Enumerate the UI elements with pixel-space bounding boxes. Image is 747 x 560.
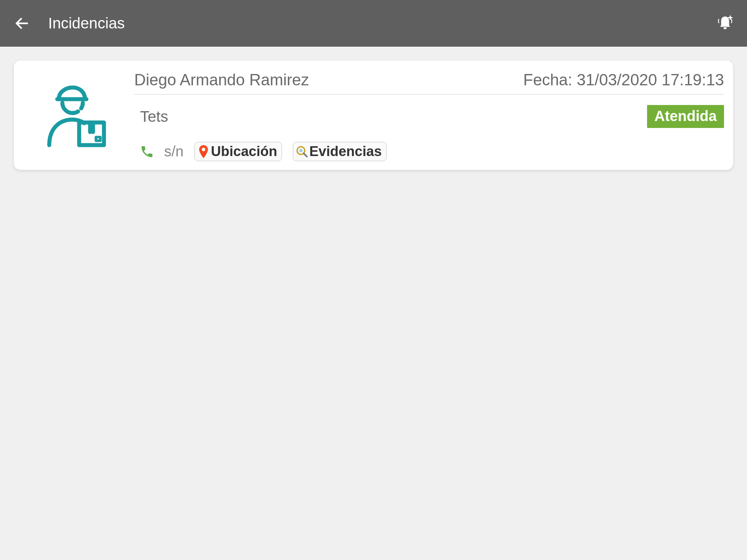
magnifier-icon <box>295 145 309 158</box>
map-pin-icon <box>197 144 210 159</box>
card-main: Diego Armando Ramirez Fecha: 31/03/2020 … <box>134 67 724 163</box>
svg-point-10 <box>299 149 303 152</box>
card-description-row: Tets Atendida <box>134 95 724 131</box>
app-bar: Incidencias <box>0 0 747 47</box>
bell-alert-icon <box>716 14 734 32</box>
incident-date: Fecha: 31/03/2020 17:19:13 <box>523 71 724 89</box>
person-name: Diego Armando Ramirez <box>134 71 309 89</box>
svg-rect-7 <box>96 137 100 141</box>
card-actions-row: s/n Ubicación Evidencias <box>134 131 724 163</box>
incident-description: Tets <box>140 108 168 125</box>
incident-card[interactable]: Diego Armando Ramirez Fecha: 31/03/2020 … <box>14 61 733 170</box>
page-title: Incidencias <box>48 15 125 32</box>
delivery-person-icon <box>38 79 111 152</box>
status-badge: Atendida <box>647 105 724 128</box>
arrow-left-icon <box>14 15 30 31</box>
phone-number: s/n <box>164 143 183 160</box>
card-header-row: Diego Armando Ramirez Fecha: 31/03/2020 … <box>134 67 724 95</box>
notifications-button[interactable] <box>714 12 736 34</box>
phone-group[interactable]: s/n <box>140 143 183 160</box>
location-label: Ubicación <box>211 144 277 159</box>
svg-point-8 <box>202 148 206 151</box>
content-area: Diego Armando Ramirez Fecha: 31/03/2020 … <box>0 47 747 184</box>
back-button[interactable] <box>11 12 33 34</box>
phone-icon <box>140 145 154 159</box>
card-icon-column <box>14 67 134 163</box>
evidence-label: Evidencias <box>309 144 382 159</box>
svg-line-11 <box>303 153 307 156</box>
evidence-button[interactable]: Evidencias <box>293 142 387 161</box>
location-button[interactable]: Ubicación <box>194 142 282 161</box>
